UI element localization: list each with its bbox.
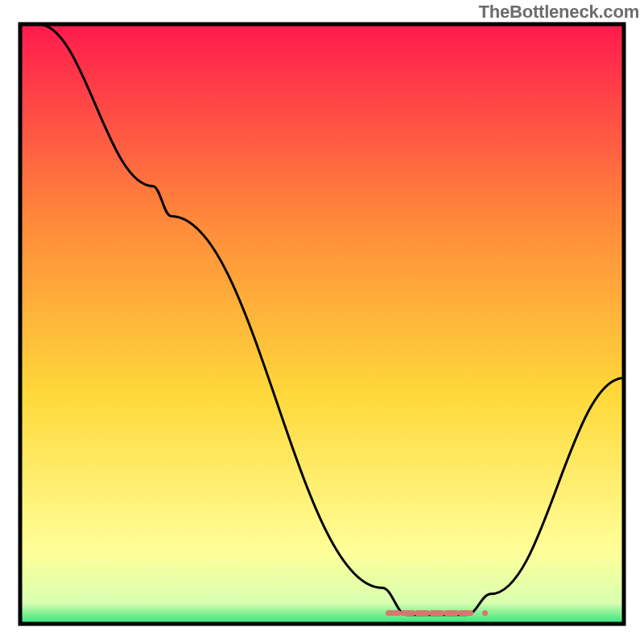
optimal-range-end-dot [482, 610, 488, 616]
bottleneck-chart [0, 0, 644, 644]
watermark-text: TheBottleneck.com [478, 2, 639, 23]
chart-container: TheBottleneck.com [0, 0, 644, 644]
chart-background [20, 24, 624, 624]
